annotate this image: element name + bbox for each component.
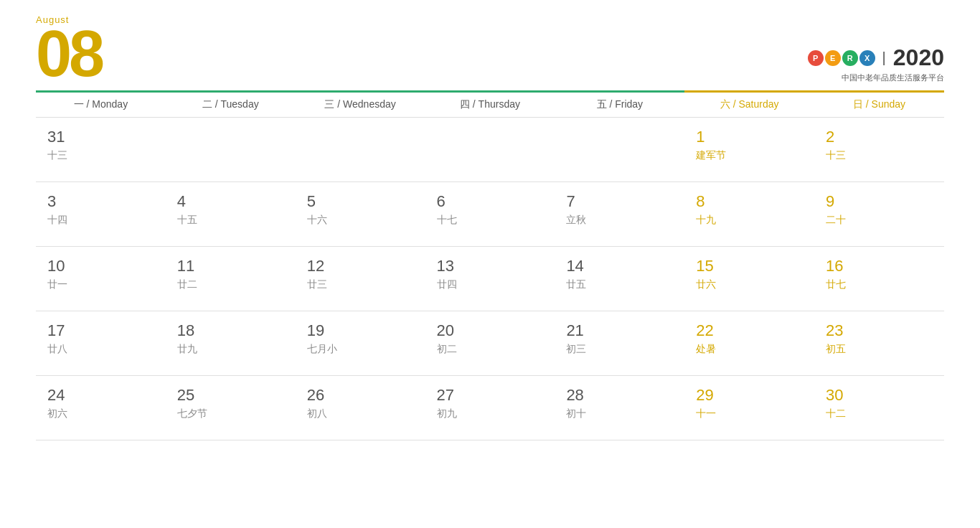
calendar-cell: 12廿三: [296, 247, 425, 311]
brand-area: P E R X | 2020 中国中老年品质生活服务平台: [808, 44, 944, 83]
calendar-cell: 3十四: [36, 182, 166, 247]
day-number: 3: [47, 192, 157, 211]
weekday-header-monday: 一 / Monday: [36, 92, 166, 118]
day-number: 31: [47, 128, 157, 146]
day-lunar: 七月小: [307, 343, 417, 356]
day-number: 26: [307, 386, 417, 405]
calendar-row-4: 24初六25七夕节26初八27初九28初十29十一30十二: [36, 376, 944, 440]
calendar-table: 一 / Monday二 / Tuesday三 / Wednesday四 / Th…: [36, 90, 944, 440]
brand-top: P E R X | 2020: [808, 44, 944, 71]
day-lunar: 廿八: [47, 343, 157, 356]
calendar-cell: 15廿六: [684, 247, 814, 311]
calendar-cell: [555, 118, 684, 182]
day-number: 18: [177, 321, 287, 340]
calendar-cell: 19七月小: [296, 311, 425, 376]
day-number: 11: [177, 257, 287, 275]
calendar-cell: 6十七: [425, 182, 555, 247]
day-lunar: 廿七: [826, 278, 936, 291]
header: August 08 P E R X | 2020 中国中老年品质生活服务平台: [36, 14, 944, 83]
calendar-cell: 22处暑: [684, 311, 814, 376]
calendar-cell: 28初十: [555, 376, 684, 440]
logo-r: R: [842, 50, 858, 66]
day-number: 9: [826, 192, 936, 211]
day-lunar: 初九: [437, 407, 547, 420]
calendar-cell: 31十三: [36, 118, 166, 182]
brand-year: 2020: [893, 44, 944, 71]
day-lunar: 廿四: [437, 278, 547, 291]
day-lunar: 十六: [307, 214, 417, 227]
day-number: 23: [826, 321, 936, 340]
day-number: 19: [307, 321, 417, 340]
brand-logo: P E R X: [808, 50, 875, 66]
day-number: 17: [47, 321, 157, 340]
calendar-cell: 24初六: [36, 376, 166, 440]
day-number: 24: [47, 386, 157, 405]
day-lunar: 初二: [437, 343, 547, 356]
day-lunar: 立秋: [566, 214, 676, 227]
day-lunar: 十七: [437, 214, 547, 227]
calendar-cell: 7立秋: [555, 182, 684, 247]
day-lunar: 廿六: [696, 278, 806, 291]
calendar-cell: 18廿九: [166, 311, 296, 376]
calendar-cell: 20初二: [425, 311, 555, 376]
calendar-cell: [296, 118, 425, 182]
day-number: 15: [696, 257, 806, 275]
day-lunar: 初五: [826, 343, 936, 356]
day-number: 14: [566, 257, 676, 275]
day-number: 22: [696, 321, 806, 340]
day-lunar: 十九: [696, 214, 806, 227]
month-number: 08: [36, 25, 102, 83]
calendar-cell: 16廿七: [814, 247, 944, 311]
day-lunar: 十三: [826, 149, 936, 162]
calendar-cell: 17廿八: [36, 311, 166, 376]
day-number: 13: [437, 257, 547, 275]
calendar-cell: 9二十: [814, 182, 944, 247]
day-lunar: 七夕节: [177, 407, 287, 420]
day-number: 30: [826, 386, 936, 405]
calendar-cell: 27初九: [425, 376, 555, 440]
calendar-row-1: 3十四4十五5十六6十七7立秋8十九9二十: [36, 182, 944, 247]
day-number: 6: [437, 192, 547, 211]
day-lunar: 初八: [307, 407, 417, 420]
day-number: 5: [307, 192, 417, 211]
day-lunar: 十四: [47, 214, 157, 227]
day-number: 4: [177, 192, 287, 211]
day-lunar: 建军节: [696, 149, 806, 162]
day-lunar: 十一: [696, 407, 806, 420]
calendar-cell: 26初八: [296, 376, 425, 440]
calendar-row-0: 31十三1建军节2十三: [36, 118, 944, 182]
day-lunar: 初三: [566, 343, 676, 356]
calendar-cell: 5十六: [296, 182, 425, 247]
brand-subtitle: 中国中老年品质生活服务平台: [842, 72, 944, 83]
weekday-header-friday: 五 / Friday: [555, 92, 684, 118]
brand-divider: |: [882, 50, 886, 66]
calendar-cell: 4十五: [166, 182, 296, 247]
calendar-cell: 11廿二: [166, 247, 296, 311]
calendar-cell: 30十二: [814, 376, 944, 440]
calendar-cell: [425, 118, 555, 182]
calendar-cell: 8十九: [684, 182, 814, 247]
day-number: 27: [437, 386, 547, 405]
day-lunar: 廿三: [307, 278, 417, 291]
day-number: 21: [566, 321, 676, 340]
day-number: 20: [437, 321, 547, 340]
calendar-row-2: 10廿一11廿二12廿三13廿四14廿五15廿六16廿七: [36, 247, 944, 311]
day-lunar: 初六: [47, 407, 157, 420]
calendar-cell: 13廿四: [425, 247, 555, 311]
day-lunar: 廿二: [177, 278, 287, 291]
weekday-header-tuesday: 二 / Tuesday: [166, 92, 296, 118]
day-lunar: 十五: [177, 214, 287, 227]
calendar-row-3: 17廿八18廿九19七月小20初二21初三22处暑23初五: [36, 311, 944, 376]
day-number: 12: [307, 257, 417, 275]
calendar-cell: 29十一: [684, 376, 814, 440]
day-lunar: 廿五: [566, 278, 676, 291]
calendar-cell: [166, 118, 296, 182]
day-lunar: 初十: [566, 407, 676, 420]
day-number: 28: [566, 386, 676, 405]
day-lunar: 廿一: [47, 278, 157, 291]
calendar-cell: 23初五: [814, 311, 944, 376]
day-number: 10: [47, 257, 157, 275]
calendar-cell: 1建军节: [684, 118, 814, 182]
weekday-header-sunday: 日 / Sunday: [814, 92, 944, 118]
weekday-header-thursday: 四 / Thursday: [425, 92, 555, 118]
